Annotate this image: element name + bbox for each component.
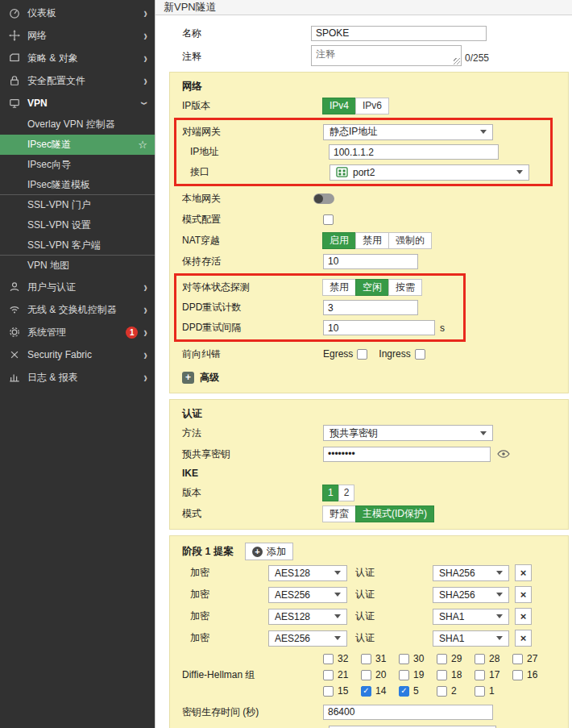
dh-checkbox-27[interactable] (512, 654, 523, 664)
sidebar-subitem-sslvpn-portals[interactable]: SSL-VPN 门户 (0, 195, 155, 215)
fec-egress-checkbox[interactable] (357, 349, 367, 360)
chevron-right-icon: › (143, 347, 147, 363)
segment-main-mode[interactable]: 主模式(ID保护) (355, 505, 434, 522)
key-lifetime-input[interactable] (323, 705, 493, 720)
dh-checkbox-18[interactable] (437, 670, 447, 680)
segment-forced[interactable]: 强制的 (388, 232, 432, 249)
remove-proposal-button[interactable]: × (515, 630, 532, 647)
favorite-star-icon[interactable]: ☆ (138, 139, 147, 151)
local-gateway-toggle[interactable] (313, 193, 334, 204)
authentication-label: 认证 (355, 566, 433, 580)
sidebar-item-wifi-switch[interactable]: 无线 & 交换机控制器 › (0, 298, 155, 321)
chevron-right-icon: › (143, 279, 147, 295)
segment-dpd-on-idle[interactable]: 空闲 (355, 279, 389, 296)
sidebar-item-dashboard[interactable]: 仪表板 › (0, 2, 155, 24)
remove-proposal-button[interactable]: × (515, 586, 532, 603)
segment-ipv6[interactable]: IPv6 (355, 98, 389, 114)
chevron-down-icon (496, 636, 503, 640)
dh-checkbox-21[interactable] (323, 670, 334, 680)
segment-ike-v2[interactable]: 2 (338, 485, 355, 501)
sidebar-item-system[interactable]: 系统管理 1 › (0, 321, 155, 343)
dpd-retry-count-input[interactable] (323, 300, 418, 315)
remote-gateway-select[interactable]: 静态IP地址 (323, 124, 493, 140)
dh-checkbox-20[interactable] (361, 670, 371, 680)
encryption-select[interactable]: AES256 (268, 587, 347, 603)
plus-circle-icon: + (252, 547, 263, 557)
segment-aggressive[interactable]: 野蛮 (322, 505, 356, 522)
sidebar-subitem-vpn-map[interactable]: VPN 地图 (0, 256, 155, 276)
chevron-right-icon: › (143, 369, 147, 385)
remove-proposal-button[interactable]: × (515, 608, 532, 625)
authentication-select[interactable]: SHA256 (433, 587, 509, 603)
fec-label: 前向纠错 (182, 347, 323, 361)
sidebar-item-security-profiles[interactable]: 安全配置文件 › (0, 69, 155, 92)
method-select[interactable]: 预共享密钥 (323, 425, 493, 441)
psk-input[interactable] (323, 447, 491, 462)
dh-checkbox-19[interactable] (399, 670, 409, 680)
dh-checkbox-16[interactable] (512, 670, 523, 680)
segment-ike-v1[interactable]: 1 (322, 485, 339, 501)
comments-textarea[interactable] (311, 45, 462, 66)
sidebar-item-network[interactable]: 网络 › (0, 24, 155, 47)
dh-checkbox-14[interactable] (361, 686, 371, 697)
remote-gateway-label: 对端网关 (182, 125, 323, 139)
keepalive-input[interactable] (323, 254, 418, 269)
sidebar-item-users-auth[interactable]: 用户与认证 › (0, 276, 155, 298)
ip-version-label: IP版本 (182, 99, 323, 113)
encryption-label: 加密 (190, 566, 268, 580)
sidebar-subitem-sslvpn-settings[interactable]: SSL-VPN 设置 (0, 215, 155, 235)
gear-icon (8, 327, 20, 339)
ip-address-input[interactable] (329, 144, 499, 160)
sidebar-subitem-ipsec-wizard[interactable]: IPsec向导 (0, 155, 155, 175)
segment-dpd-disable[interactable]: 禁用 (322, 279, 356, 296)
dh-checkbox-31[interactable] (361, 654, 371, 664)
dh-checkbox-30[interactable] (399, 654, 409, 664)
dh-checkbox-28[interactable] (475, 654, 485, 664)
authentication-label: 认证 (355, 588, 433, 601)
sidebar-subitem-ipsec-templates[interactable]: IPsec隧道模板 (0, 175, 155, 195)
dh-checkbox-17[interactable] (475, 670, 485, 680)
fabric-icon (8, 349, 20, 361)
sidebar-item-policy-objects[interactable]: 策略 & 对象 › (0, 47, 155, 69)
dh-checkbox-15[interactable] (323, 686, 334, 697)
authentication-select[interactable]: SHA256 (433, 565, 509, 581)
chevron-down-icon (496, 614, 503, 618)
sidebar-subitem-ipsec-tunnels[interactable]: IPsec隧道 ☆ (0, 135, 155, 155)
ip-address-label: IP地址 (182, 145, 323, 159)
dh-checkbox-5[interactable] (399, 686, 409, 697)
mode-config-checkbox[interactable] (323, 214, 334, 225)
dh-checkbox-2[interactable] (437, 686, 447, 697)
segment-disable[interactable]: 禁用 (355, 232, 389, 249)
local-id-input[interactable] (329, 726, 496, 728)
advanced-expander[interactable]: + 高级 (182, 367, 555, 388)
sidebar-subitem-overlay-vpn[interactable]: Overlay VPN 控制器 (0, 114, 155, 135)
dh-checkbox-1[interactable] (475, 686, 485, 697)
sidebar-item-vpn[interactable]: VPN › (0, 92, 155, 114)
proposal-row: 加密 AES256 认证 SHA1 × (182, 627, 555, 649)
authentication-section: 认证 方法 预共享密钥 预共享密钥 IKE 版本 1 2 模式 野蛮 主 (169, 399, 569, 530)
remove-proposal-button[interactable]: × (515, 564, 532, 581)
segment-enable[interactable]: 启用 (322, 232, 356, 249)
nat-traversal-segmented: 启用 禁用 强制的 (323, 232, 432, 249)
fec-ingress-checkbox[interactable] (415, 349, 425, 360)
segment-ipv4[interactable]: IPv4 (322, 98, 356, 114)
dpd-retry-interval-input[interactable] (323, 320, 435, 335)
segment-dpd-on-demand[interactable]: 按需 (388, 279, 422, 296)
encryption-select[interactable]: AES128 (268, 609, 347, 625)
sidebar-subitem-sslvpn-clients[interactable]: SSL-VPN 客户端 (0, 235, 155, 256)
sidebar-item-security-fabric[interactable]: Security Fabric › (0, 343, 155, 366)
sidebar-item-log-report[interactable]: 日志 & 报表 › (0, 366, 155, 389)
dh-checkbox-32[interactable] (323, 654, 334, 664)
phase1-section-title: 阶段 1 提案 (182, 545, 234, 559)
encryption-select[interactable]: AES256 (268, 630, 347, 647)
authentication-select[interactable]: SHA1 (433, 630, 509, 647)
chevron-down-icon (480, 431, 487, 435)
dh-checkbox-29[interactable] (437, 654, 447, 664)
interface-select[interactable]: port2 (330, 164, 529, 181)
resize-handle-icon[interactable] (454, 58, 460, 64)
name-input[interactable] (311, 26, 487, 41)
encryption-select[interactable]: AES128 (268, 565, 347, 581)
show-password-eye-icon[interactable] (497, 449, 510, 459)
add-proposal-button[interactable]: + 添加 (245, 543, 293, 560)
authentication-select[interactable]: SHA1 (433, 609, 509, 625)
